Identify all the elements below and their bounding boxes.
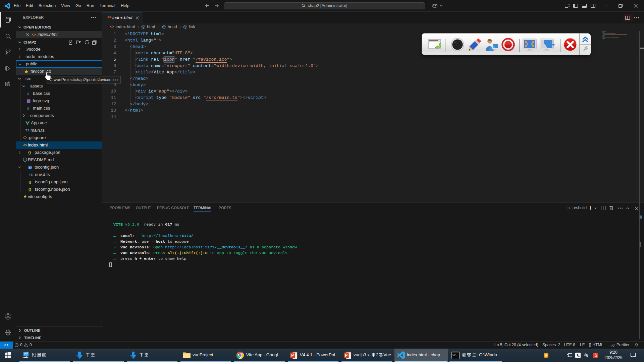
svg-text:P: P xyxy=(345,353,347,358)
svg-text:C:\_: C:\_ xyxy=(452,354,458,356)
svg-text:P: P xyxy=(291,353,294,358)
